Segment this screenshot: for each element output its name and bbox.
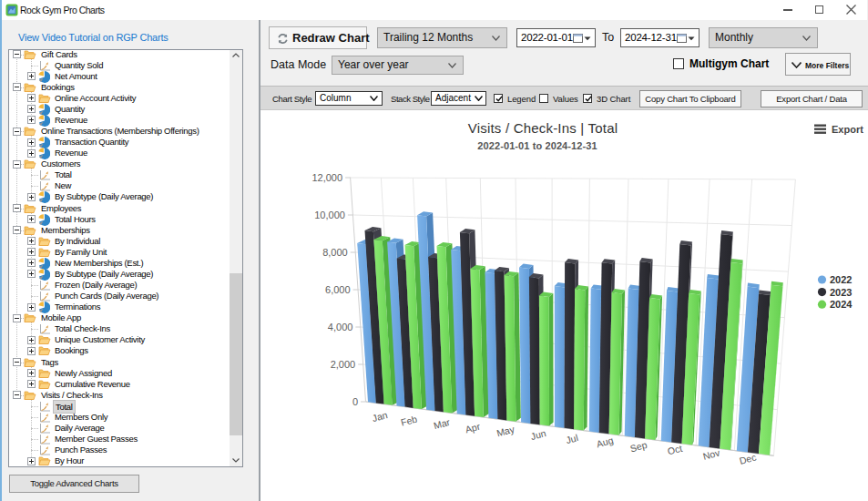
svg-text:Visits / Check-Ins | Total: Visits / Check-Ins | Total xyxy=(468,120,618,136)
svg-text:Export: Export xyxy=(832,124,863,135)
svg-text:Mar: Mar xyxy=(433,416,452,431)
svg-text:Nov: Nov xyxy=(701,446,721,462)
svg-text:2022-01-01 to 2024-12-31: 2022-01-01 to 2024-12-31 xyxy=(477,140,597,151)
svg-text:6,000: 6,000 xyxy=(325,284,351,295)
svg-text:10,000: 10,000 xyxy=(314,210,345,220)
svg-text:2023: 2023 xyxy=(830,287,852,298)
svg-text:2024: 2024 xyxy=(830,299,853,310)
svg-text:Apr: Apr xyxy=(465,421,482,435)
svg-text:Jan: Jan xyxy=(371,409,389,424)
svg-text:12,000: 12,000 xyxy=(311,172,342,183)
svg-text:Sep: Sep xyxy=(628,439,648,454)
svg-text:Aug: Aug xyxy=(595,435,614,449)
svg-text:4,000: 4,000 xyxy=(328,322,353,332)
svg-text:Oct: Oct xyxy=(667,443,684,457)
svg-text:0: 0 xyxy=(352,396,358,407)
svg-text:Jun: Jun xyxy=(529,427,547,442)
svg-text:Jul: Jul xyxy=(565,432,579,445)
svg-text:2022: 2022 xyxy=(830,274,852,285)
svg-text:Dec: Dec xyxy=(738,451,757,465)
svg-text:2,000: 2,000 xyxy=(331,359,356,370)
svg-text:Feb: Feb xyxy=(400,413,419,427)
svg-text:8,000: 8,000 xyxy=(322,247,348,258)
svg-text:May: May xyxy=(495,424,516,439)
